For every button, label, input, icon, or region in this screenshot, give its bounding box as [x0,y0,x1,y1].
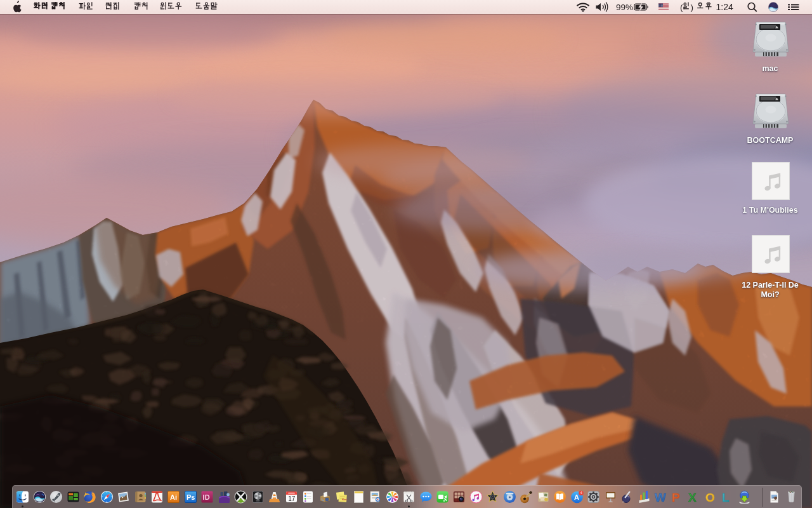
svg-text:X: X [688,491,697,504]
svg-text:): ) [691,3,694,12]
svg-text:Ai: Ai [170,493,177,501]
svg-text:Ps: Ps [187,493,195,501]
svg-text:17: 17 [288,495,296,502]
svg-text:W: W [655,491,666,504]
svg-text:A: A [574,493,579,501]
svg-text:99%: 99% [616,3,633,12]
svg-text:O: O [705,491,715,504]
svg-text:ID: ID [203,493,210,501]
svg-text:4: 4 [580,491,582,495]
svg-text:1:24: 1:24 [716,2,733,12]
svg-text:L: L [722,491,730,504]
svg-text:(: ( [680,3,683,12]
svg-text:P: P [672,491,680,504]
svg-text:Mem: Mem [342,498,347,501]
